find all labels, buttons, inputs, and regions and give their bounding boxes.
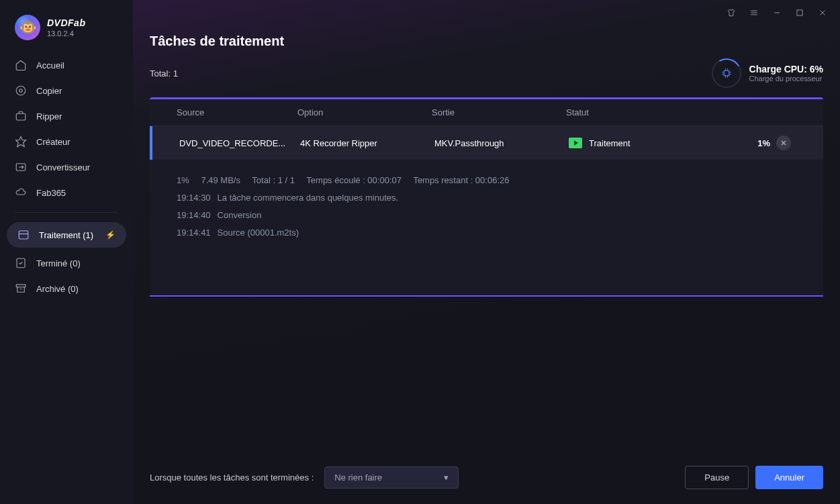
log-msg: La tâche commencera dans quelques minute…	[218, 189, 399, 207]
divider	[15, 212, 118, 213]
sidebar-item-convertisseur[interactable]: Convertisseur	[0, 154, 133, 180]
app-logo-icon: 🐵	[15, 15, 40, 40]
main-content: Tâches de traitement Total: 1 Charge CPU…	[133, 0, 840, 504]
after-tasks-select[interactable]: Ne rien faire ▾	[324, 466, 459, 489]
cell-source: DVD_VIDEO_RECORDE...	[179, 138, 300, 148]
star-icon	[15, 136, 27, 148]
log-time: 19:14:40	[177, 207, 211, 224]
menu-icon[interactable]	[745, 3, 763, 22]
check-icon	[15, 257, 27, 269]
disc-icon	[15, 85, 27, 97]
sidebar-item-label: Terminé (0)	[36, 258, 81, 268]
app-name: DVDFab	[47, 17, 85, 28]
cancel-button[interactable]: Annuler	[755, 466, 823, 489]
log-time: 19:14:41	[177, 224, 211, 242]
home-icon	[15, 59, 27, 71]
sidebar-item-label: Copier	[36, 86, 62, 96]
sidebar-item-label: Archivé (0)	[36, 284, 79, 294]
sidebar-item-label: Traitement (1)	[39, 230, 93, 240]
sidebar-item-fab365[interactable]: Fab365	[0, 180, 133, 205]
after-tasks-label: Lorsque toutes les tâches sont terminées…	[150, 472, 314, 483]
chevron-down-icon: ▾	[444, 472, 449, 483]
log-speed: 7.49 MB/s	[201, 175, 240, 185]
cpu-load-box: Charge CPU: 6% Charge du processeur	[712, 58, 823, 88]
total-count: Total: 1	[150, 68, 178, 79]
cpu-icon	[712, 58, 741, 88]
log-line: 19:14:40 Conversion	[177, 207, 796, 224]
svg-rect-16	[724, 70, 729, 76]
log-area: 1% 7.49 MB/s Total : 1 / 1 Temps écoulé …	[150, 160, 823, 295]
close-window-button[interactable]	[813, 3, 832, 22]
cell-sortie: MKV.Passthrough	[434, 138, 569, 148]
table-header: Source Option Sortie Statut	[150, 99, 823, 126]
cell-statut: Traitement	[589, 138, 631, 148]
cpu-sublabel: Charge du processeur	[749, 74, 823, 83]
log-pct: 1%	[177, 175, 189, 185]
col-statut-header: Statut	[566, 107, 714, 117]
svg-point-1	[19, 89, 23, 93]
log-total: Total : 1 / 1	[252, 175, 295, 185]
select-value: Ne rien faire	[334, 472, 382, 483]
svg-point-0	[16, 86, 26, 95]
minimize-button[interactable]	[767, 3, 786, 22]
logo-area: 🐵 DVDFab 13.0.2.4	[0, 12, 133, 52]
cell-percent: 1%	[716, 138, 770, 148]
svg-rect-2	[16, 113, 26, 120]
sidebar-item-termine[interactable]: Terminé (0)	[0, 250, 133, 276]
archive-icon	[15, 283, 27, 295]
log-msg: Conversion	[218, 207, 262, 224]
log-time: 19:14:30	[177, 189, 211, 207]
sidebar-item-label: Ripper	[36, 111, 62, 121]
sidebar-item-createur[interactable]: Créateur	[0, 129, 133, 154]
log-line: 19:14:41 Source (00001.m2ts)	[177, 224, 796, 242]
maximize-button[interactable]	[790, 3, 809, 22]
task-table: Source Option Sortie Statut DVD_VIDEO_RE…	[150, 97, 823, 297]
col-sortie-header: Sortie	[432, 107, 566, 117]
sidebar-item-traitement[interactable]: Traitement (1) ⚡	[7, 222, 126, 248]
svg-rect-5	[19, 231, 28, 239]
shirt-icon[interactable]	[722, 3, 741, 22]
log-elapsed: Temps écoulé : 00:00:07	[306, 175, 402, 185]
sidebar-item-label: Créateur	[36, 137, 71, 147]
briefcase-icon	[15, 110, 27, 122]
play-icon	[569, 138, 582, 148]
sidebar-item-label: Accueil	[36, 60, 64, 70]
lightning-icon: ⚡	[105, 230, 115, 240]
app-version: 13.0.2.4	[47, 30, 85, 38]
sidebar-item-accueil[interactable]: Accueil	[0, 52, 133, 78]
table-row[interactable]: DVD_VIDEO_RECORDE... 4K Recorder Ripper …	[150, 126, 823, 160]
sidebar-item-copier[interactable]: Copier	[0, 78, 133, 103]
svg-rect-8	[16, 285, 26, 287]
remove-task-button[interactable]	[776, 136, 791, 150]
sidebar-item-label: Fab365	[36, 188, 66, 198]
cloud-icon	[15, 187, 27, 199]
cpu-label: Charge CPU: 6%	[749, 64, 823, 74]
tasks-icon	[17, 229, 30, 241]
sidebar-item-archive[interactable]: Archivé (0)	[0, 276, 133, 301]
sidebar-item-label: Convertisseur	[36, 162, 90, 172]
sidebar-item-ripper[interactable]: Ripper	[0, 103, 133, 129]
log-msg: Source (00001.m2ts)	[218, 224, 299, 242]
titlebar	[133, 0, 840, 26]
svg-marker-3	[16, 137, 26, 147]
cell-option: 4K Recorder Ripper	[300, 138, 434, 148]
svg-rect-13	[797, 10, 802, 15]
log-remaining: Temps restant : 00:06:26	[413, 175, 509, 185]
col-option-header: Option	[297, 107, 432, 117]
pause-button[interactable]: Pause	[685, 466, 749, 489]
log-line: 19:14:30 La tâche commencera dans quelqu…	[177, 189, 796, 207]
convert-icon	[15, 161, 27, 173]
log-stats: 1% 7.49 MB/s Total : 1 / 1 Temps écoulé …	[177, 172, 796, 189]
sidebar: 🐵 DVDFab 13.0.2.4 Accueil Copier Ripper …	[0, 0, 133, 504]
footer: Lorsque toutes les tâches sont terminées…	[133, 454, 840, 504]
page-title: Tâches de traitement	[150, 34, 823, 49]
col-source-header: Source	[177, 107, 297, 117]
